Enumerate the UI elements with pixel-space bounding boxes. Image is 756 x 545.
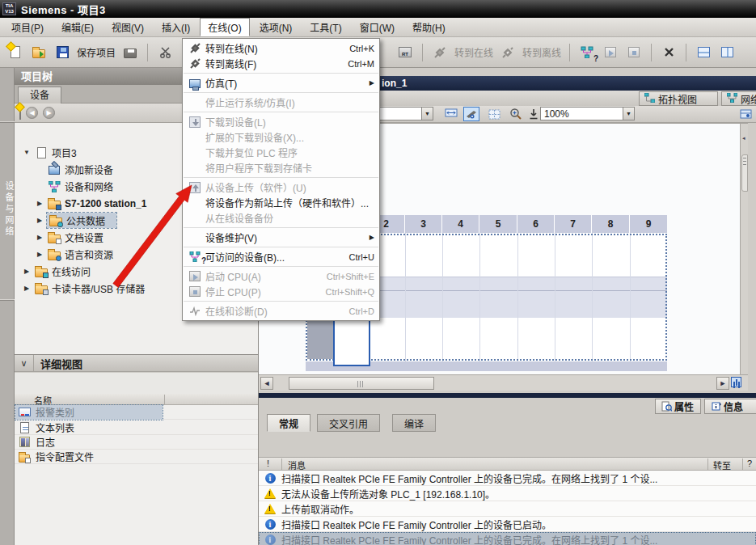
forward-icon[interactable]: ▶	[43, 107, 55, 119]
menu-item-backup-from-online-device[interactable]: 从在线设备备份	[183, 210, 379, 226]
menubar-edit[interactable]: 编辑(E)	[53, 18, 102, 36]
selected-slot[interactable]	[333, 318, 370, 366]
message-row-selected[interactable]: i 扫描接口 Realtek PCIe FE Family Controller…	[259, 532, 756, 545]
menu-item-stop-runtime[interactable]: 停止运行系统/仿真(I)	[183, 95, 379, 110]
network-view-button[interactable]: 网络视图	[721, 91, 756, 106]
message-row[interactable]: i 扫描接口 Realtek PCIe FE Family Controller…	[259, 471, 756, 486]
grid-overview-icon[interactable]	[486, 107, 502, 121]
menubar-help[interactable]: 帮助(H)	[404, 18, 454, 36]
print-icon[interactable]	[121, 44, 139, 61]
expand-icon[interactable]: ▶	[36, 217, 44, 224]
device-select-dropdown-icon[interactable]: ▼	[421, 107, 433, 120]
window-corner-icon[interactable]	[731, 377, 741, 387]
detail-item-alarm-classes[interactable]: 报警类别	[15, 405, 258, 420]
menu-separator	[184, 177, 378, 178]
collapse-icon[interactable]: ▼	[23, 149, 31, 156]
menu-separator	[184, 301, 378, 302]
expand-icon[interactable]: ▶	[23, 268, 31, 275]
message-row[interactable]: 无法从设备上传所选对象 PLC_1 [192.168.1.10]。	[259, 486, 756, 501]
go-offline-icon[interactable]	[499, 44, 517, 61]
horizontal-scrollbar[interactable]: ◄ ►	[259, 374, 748, 391]
expand-icon[interactable]: ▶	[36, 251, 44, 258]
zoom-fit-icon[interactable]	[526, 107, 542, 121]
open-project-icon[interactable]	[30, 44, 48, 61]
zoom-level-combo[interactable]: 100%	[540, 107, 623, 120]
zoom-dropdown-icon[interactable]: ▼	[623, 107, 635, 120]
start-cpu-icon	[186, 270, 204, 283]
menu-item-download-reset-plc[interactable]: 下载并复位 PLC 程序	[183, 145, 379, 160]
menu-item-go-offline[interactable]: 转到离线(F)Ctrl+M	[183, 56, 379, 71]
collapse-panel-icon[interactable]: ◂	[742, 135, 745, 142]
detail-name-column-header[interactable]: 名称	[15, 394, 258, 405]
menu-separator	[184, 112, 378, 112]
zoom-in-icon[interactable]	[508, 107, 524, 121]
tab-general[interactable]: 常规	[267, 414, 310, 432]
split-horizontal-icon[interactable]	[695, 44, 712, 61]
expand-icon[interactable]: ▶	[36, 234, 44, 241]
hardware-catalog-tab[interactable]	[741, 154, 748, 192]
start-runtime-icon[interactable]: RT	[396, 44, 414, 61]
menu-item-device-maintenance[interactable]: 设备维护(V)▶	[183, 230, 379, 245]
scroll-right-icon[interactable]: ►	[716, 377, 729, 390]
detail-item-text-lists[interactable]: 文本列表	[15, 420, 258, 435]
menu-item-accessible-devices[interactable]: ? 可访问的设备(B)...Ctrl+U	[183, 249, 379, 264]
stop-cpu-icon[interactable]	[625, 44, 643, 61]
menu-item-extended-download[interactable]: 扩展的下载到设备(X)...	[183, 129, 379, 145]
menubar-window[interactable]: 窗口(W)	[352, 18, 403, 36]
start-cpu-icon[interactable]	[602, 44, 619, 61]
go-offline-label[interactable]: 转到离线	[522, 45, 561, 59]
rail-devices-networks-tab[interactable]: 设备与网络	[2, 181, 15, 238]
menu-item-online-diagnostics[interactable]: 在线和诊断(D)Ctrl+D	[183, 303, 379, 319]
slot-1-module[interactable]	[307, 320, 333, 359]
chevron-down-icon[interactable]: ∨	[15, 355, 34, 371]
detail-view-blank	[15, 373, 258, 394]
menubar-online[interactable]: 在线(O)	[200, 18, 249, 36]
menu-item-stop-cpu[interactable]: 停止 CPU(P)Ctrl+Shift+Q	[183, 284, 379, 299]
properties-button[interactable]: 属性	[655, 399, 701, 414]
expand-icon[interactable]: ▶	[23, 285, 31, 292]
menu-item-upload-device-as-new-station[interactable]: 将设备作为新站上传（硬件和软件）...	[183, 195, 379, 210]
menubar-options[interactable]: 选项(N)	[251, 18, 301, 36]
scrollbar-thumb[interactable]	[289, 377, 434, 390]
menu-item-simulation[interactable]: 仿真(T)▶	[183, 75, 379, 91]
back-icon[interactable]: ◀	[26, 107, 38, 119]
menubar-tools[interactable]: 工具(T)	[302, 18, 349, 36]
message-row[interactable]: 上传前取消动作。	[259, 501, 756, 517]
new-item-icon[interactable]	[19, 108, 21, 119]
right-collapsed-panel[interactable]: ◂	[740, 124, 748, 375]
toolbar-separator	[422, 44, 423, 61]
scroll-left-icon[interactable]: ◄	[260, 377, 273, 390]
slot-width-icon[interactable]	[443, 107, 459, 121]
menu-item-download-to-memory-card[interactable]: 将用户程序下载到存储卡	[183, 160, 379, 175]
detail-item-label: 日志	[36, 435, 55, 449]
menubar-view[interactable]: 视图(V)	[103, 18, 152, 36]
detail-item-instruction-profiles[interactable]: 指令配置文件	[15, 450, 258, 464]
accessible-devices-icon[interactable]: ?	[578, 44, 596, 61]
save-project-label[interactable]: 保存项目	[77, 45, 116, 59]
message-table-header[interactable]: ! 消息 转至 ?	[259, 458, 756, 471]
cut-icon[interactable]	[156, 44, 174, 61]
menu-item-go-online[interactable]: 转到在线(N)Ctrl+K	[183, 40, 379, 56]
save-project-icon[interactable]	[53, 44, 71, 61]
close-connection-icon[interactable]	[660, 44, 678, 61]
go-online-icon[interactable]	[431, 44, 449, 61]
device-select-combo[interactable]	[378, 107, 422, 120]
new-project-icon[interactable]	[6, 44, 24, 61]
menu-item-download-to-device[interactable]: 下载到设备(L)	[183, 114, 379, 129]
menu-item-start-cpu[interactable]: 启动 CPU(A)Ctrl+Shift+E	[183, 268, 379, 284]
info-button[interactable]: 信息	[704, 399, 756, 414]
topology-view-button[interactable]: 拓扑视图	[639, 91, 718, 106]
message-row[interactable]: i 扫描接口 Realtek PCIe FE Family Controller…	[259, 517, 756, 532]
cable-view-icon[interactable]	[463, 107, 479, 121]
menubar-project[interactable]: 项目(P)	[3, 18, 52, 36]
tab-devices[interactable]: 设备	[18, 87, 61, 104]
menu-item-upload-from-device[interactable]: 从设备上传（软件）(U)	[183, 180, 379, 195]
detail-item-logs[interactable]: 日志	[15, 435, 258, 450]
menubar-insert[interactable]: 插入(I)	[154, 18, 198, 36]
split-vertical-icon[interactable]	[718, 44, 736, 61]
tab-compile[interactable]: 编译	[392, 414, 436, 432]
expand-icon[interactable]: ▶	[36, 200, 44, 207]
go-online-label[interactable]: 转到在线	[454, 45, 493, 59]
tab-cross-references[interactable]: 交叉引用	[317, 414, 380, 432]
device-info-icon[interactable]	[737, 107, 754, 121]
